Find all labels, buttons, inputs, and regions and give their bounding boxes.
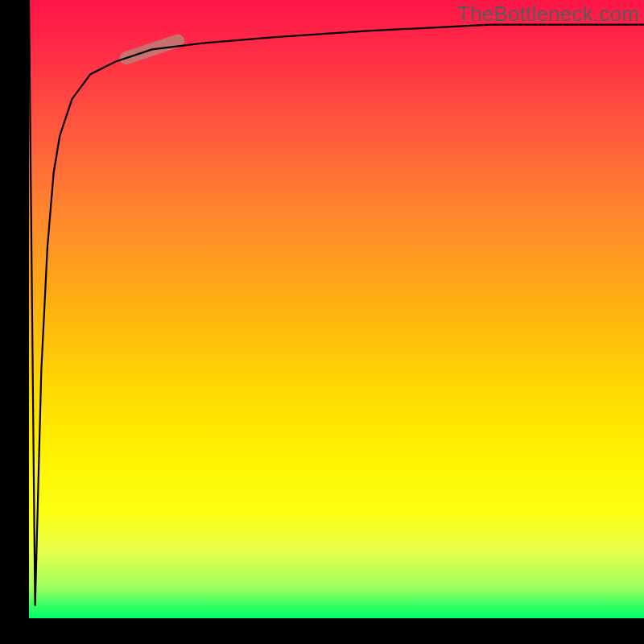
curve-layer — [29, 0, 644, 618]
y-axis — [0, 0, 29, 628]
chart-container: TheBottleneck.com — [0, 0, 644, 644]
plot-area: TheBottleneck.com — [29, 0, 644, 618]
curve-line — [29, 0, 644, 606]
x-axis — [0, 618, 644, 644]
